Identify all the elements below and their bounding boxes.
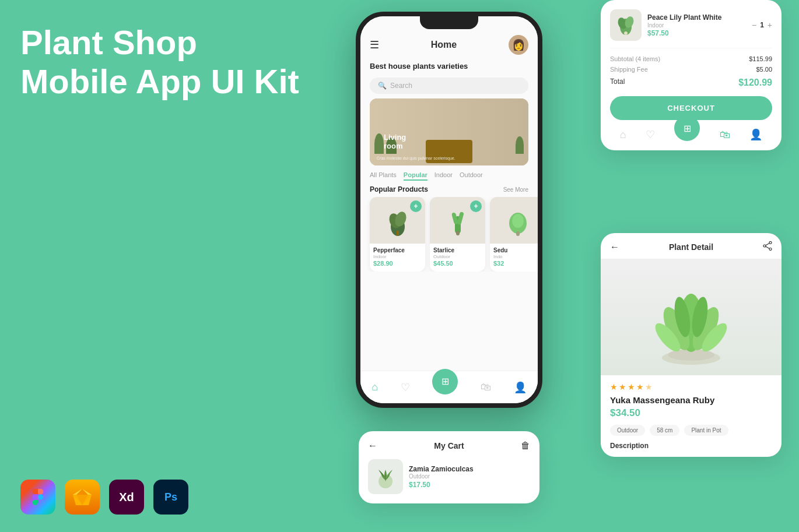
qty-plus-1[interactable]: + [768, 20, 772, 30]
tag-pot[interactable]: Plant in Pot [684, 425, 728, 436]
nav-profile-icon[interactable]: 👤 [514, 381, 527, 394]
back-button[interactable]: ← [610, 242, 619, 252]
products-row: + Pepperface Indoor $28.90 [360, 197, 538, 272]
product-type-3: Indo [493, 254, 538, 259]
qty-minus-1[interactable]: − [752, 20, 756, 30]
subtotal-label: Subtotal (4 items) [610, 55, 660, 62]
mycart-item-1: Zamia Zamioculcas Outdoor $17.50 [368, 459, 530, 494]
category-tabs: All Plants Popular Indoor Outdoor [360, 165, 538, 183]
app-title: Plant Shop Mobile App UI Kit [20, 23, 299, 101]
detail-card: ← Plant Detail [601, 233, 782, 457]
nav-heart-icon[interactable]: ♡ [401, 381, 410, 394]
popular-title: Popular Products [370, 185, 428, 193]
svg-rect-10 [397, 231, 399, 235]
cart-bottom-nav: ⌂ ♡ ⊞ 🛍 👤 [610, 128, 772, 141]
cart-nav-bag[interactable]: 🛍 [720, 129, 730, 141]
phone-notch [420, 16, 478, 29]
product-card-1[interactable]: + Pepperface Indoor $28.90 [370, 197, 425, 272]
product-card-2[interactable]: + Starlice Outdoor $45.50 [430, 197, 485, 272]
product-type-2: Outdoor [433, 254, 482, 259]
phone-frame: ☰ Home 👩 Best house plants varieties 🔍 S… [356, 12, 542, 408]
tab-popular[interactable]: Popular [404, 170, 427, 181]
tag-size[interactable]: 58 cm [650, 425, 679, 436]
product-image-3 [490, 197, 538, 244]
search-icon: 🔍 [378, 82, 387, 90]
svg-line-26 [766, 246, 769, 249]
plant-price: $34.50 [610, 407, 772, 419]
nav-cart-icon[interactable]: 🛍 [481, 381, 491, 393]
qty-value-1: 1 [760, 21, 764, 29]
detail-header: ← Plant Detail [601, 233, 782, 259]
menu-icon[interactable]: ☰ [370, 38, 379, 51]
xd-icon[interactable]: Xd [109, 480, 144, 515]
cart-item-price-1: $57.50 [647, 29, 746, 37]
description-label: Description [610, 442, 772, 450]
product-image-1: + [370, 197, 425, 244]
popular-header: Popular Products See More [360, 183, 538, 197]
product-name-3: Sedu [493, 247, 538, 253]
tag-outdoor[interactable]: Outdoor [610, 425, 645, 436]
detail-content: ★ ★ ★ ★ ★ Yuka Massengeana Ruby $34.50 O… [601, 375, 782, 457]
tab-indoor[interactable]: Indoor [434, 170, 453, 181]
tab-outdoor[interactable]: Outdoor [460, 170, 483, 181]
banner-image: Living room Cras molestie dui quis pulvi… [370, 98, 528, 165]
product-price-1: $28.90 [373, 260, 422, 267]
cart-item-image-1 [610, 9, 642, 41]
cart-item-1: Peace Lily Plant White Indoor $57.50 − 1… [610, 9, 772, 48]
cart-nav-home[interactable]: ⌂ [620, 129, 626, 141]
subtotal-value: $115.99 [749, 55, 772, 62]
phone-screen: ☰ Home 👩 Best house plants varieties 🔍 S… [360, 16, 538, 403]
mycart-back-button[interactable]: ← [368, 441, 377, 451]
tools-area: Xd Ps [20, 480, 188, 515]
product-type-1: Indoor [373, 254, 422, 259]
product-price-2: $45.50 [433, 260, 482, 267]
see-more-link[interactable]: See More [503, 186, 528, 193]
cart-nav-center[interactable]: ⊞ [674, 115, 700, 141]
svg-rect-14 [456, 231, 460, 235]
detail-title: Plant Detail [669, 242, 713, 252]
product-price-3: $32 [493, 260, 538, 267]
product-name-1: Pepperface [373, 247, 422, 253]
mycart-title: My Cart [434, 441, 464, 450]
product-name-2: Starlice [433, 247, 482, 253]
nav-home-icon[interactable]: ⌂ [372, 381, 378, 393]
title-area: Plant Shop Mobile App UI Kit [20, 23, 299, 101]
ps-icon[interactable]: Ps [153, 480, 188, 515]
mycart-trash-button[interactable]: 🗑 [521, 441, 530, 451]
cart-item-type-1: Indoor [647, 22, 746, 29]
figma-icon[interactable] [20, 480, 55, 515]
svg-rect-21 [624, 31, 628, 35]
cart-item-info-1: Peace Lily Plant White Indoor $57.50 [647, 13, 746, 37]
mycart-item-price: $17.50 [409, 481, 530, 489]
rating-stars: ★ ★ ★ ★ ★ [610, 382, 772, 392]
share-button[interactable] [763, 241, 772, 253]
nav-center-button[interactable]: ⊞ [432, 369, 458, 394]
sketch-icon[interactable] [65, 480, 100, 515]
subtotal-row: Subtotal (4 items) $115.99 [610, 55, 772, 62]
svg-point-24 [763, 245, 766, 247]
banner-label: Living room [384, 133, 406, 150]
star-3: ★ [628, 382, 635, 392]
cart-nav-user[interactable]: 👤 [749, 128, 762, 141]
detail-plant-image [601, 259, 782, 375]
star-1: ★ [610, 382, 618, 392]
phone-mockup: ☰ Home 👩 Best house plants varieties 🔍 S… [356, 12, 542, 414]
shipping-row: Shipping Fee $5.00 [610, 66, 772, 73]
add-btn-1[interactable]: + [410, 200, 422, 212]
search-bar[interactable]: 🔍 Search [370, 77, 528, 94]
subtitle: Best house plants varieties [360, 59, 538, 75]
mycart-item-info: Zamia Zamioculcas Outdoor $17.50 [409, 465, 530, 489]
svg-point-16 [512, 214, 524, 228]
shipping-value: $5.00 [756, 66, 772, 73]
mycart-item-name: Zamia Zamioculcas [409, 465, 530, 473]
cart-card: Peace Lily Plant White Indoor $57.50 − 1… [601, 0, 782, 150]
cart-nav-heart[interactable]: ♡ [646, 128, 655, 141]
add-btn-2[interactable]: + [470, 200, 482, 212]
tab-all-plants[interactable]: All Plants [370, 170, 397, 181]
svg-point-22 [769, 242, 772, 244]
mycart-item-image [368, 459, 403, 494]
user-avatar[interactable]: 👩 [509, 35, 528, 55]
quantity-control-1: − 1 + [752, 20, 772, 30]
plant-tags: Outdoor 58 cm Plant in Pot [610, 425, 772, 436]
product-card-3[interactable]: Sedu Indo $32 [490, 197, 538, 272]
